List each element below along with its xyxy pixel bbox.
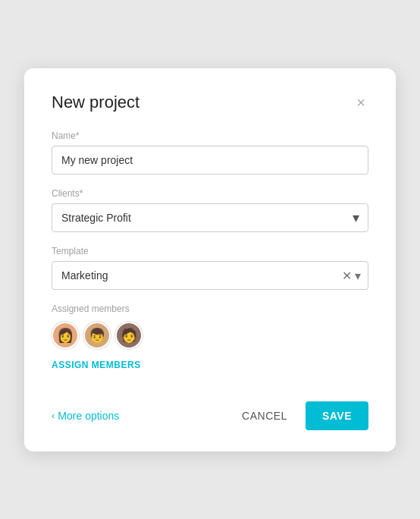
name-label: Name* (52, 131, 368, 141)
template-select[interactable]: Marketing (52, 261, 368, 290)
clear-icon[interactable]: ✕ (342, 268, 352, 282)
clients-select-wrapper: Strategic Profit ▾ (52, 203, 368, 232)
chevron-down-icon[interactable]: ▾ (355, 268, 361, 282)
clients-field-group: Clients* Strategic Profit ▾ (52, 188, 368, 232)
more-options-label: More options (58, 410, 119, 422)
avatar-3[interactable]: 🧑 (115, 322, 143, 349)
cancel-button[interactable]: CANCEL (230, 402, 299, 429)
name-input[interactable] (52, 146, 368, 175)
assign-members-link[interactable]: ASSIGN MEMBERS (52, 360, 141, 370)
name-field-group: Name* (52, 131, 368, 175)
save-button[interactable]: SAVE (306, 401, 368, 430)
dialog-footer: ‹ More options CANCEL SAVE (52, 401, 368, 430)
template-icons: ✕ ▾ (342, 268, 361, 282)
template-field-group: Template Marketing ✕ ▾ (52, 246, 368, 290)
new-project-dialog: New project × Name* Clients* Strategic P… (24, 68, 396, 451)
close-button[interactable]: × (353, 93, 368, 112)
dialog-header: New project × (52, 93, 368, 112)
footer-buttons: CANCEL SAVE (230, 401, 368, 430)
template-label: Template (52, 246, 368, 256)
clients-select[interactable]: Strategic Profit (52, 203, 368, 232)
avatar-1[interactable]: 👩 (52, 322, 79, 349)
assigned-members-group: Assigned members 👩 👦 🧑 ASSIGN MEMBERS (52, 304, 368, 371)
template-select-wrapper: Marketing ✕ ▾ (52, 261, 368, 290)
avatars-row: 👩 👦 🧑 (52, 322, 368, 349)
avatar-2[interactable]: 👦 (83, 322, 111, 349)
assigned-members-label: Assigned members (52, 304, 368, 314)
dialog-title: New project (52, 93, 139, 112)
more-options-link[interactable]: ‹ More options (52, 410, 119, 422)
clients-label: Clients* (52, 188, 368, 199)
chevron-left-icon: ‹ (52, 410, 55, 421)
